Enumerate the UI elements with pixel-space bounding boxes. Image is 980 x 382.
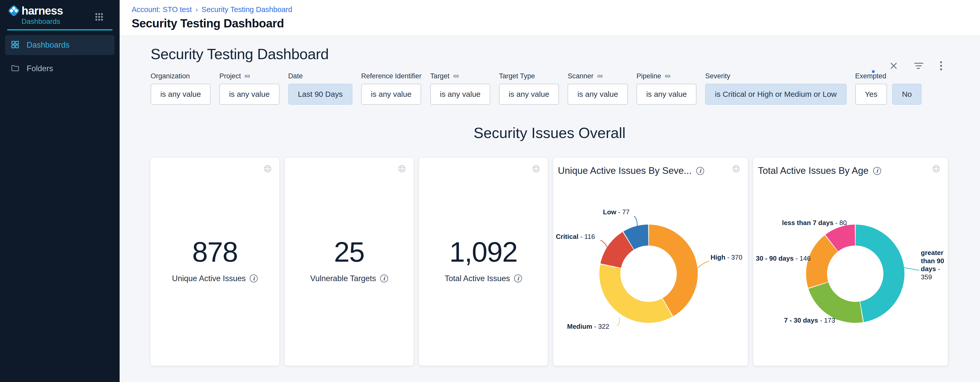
filter-chip-exempted-no[interactable]: No	[892, 84, 921, 105]
globe-icon[interactable]	[532, 164, 541, 174]
breadcrumb-dashboard-link[interactable]: Security Testing Dashboard	[202, 5, 292, 14]
cursor-dot	[872, 70, 875, 73]
filter-label: Target	[430, 72, 490, 81]
filter-chip-target-is-any-value[interactable]: is any value	[430, 84, 490, 105]
filter-group-target: Targetis any value	[430, 72, 490, 105]
filter-chip-target-type-is-any-value[interactable]: is any value	[499, 84, 559, 105]
brand-text: harness Dashboards	[22, 5, 63, 25]
info-icon[interactable]: i	[514, 274, 522, 282]
stat-value: 1,092	[445, 237, 522, 267]
tile-title: Unique Active Issues By Seve... i	[558, 165, 704, 176]
dashboards-icon	[11, 40, 19, 50]
filter-group-date: DateLast 90 Days	[288, 72, 352, 105]
filter-label: Pipeline	[636, 72, 697, 81]
stat-label: Total Active Issues i	[445, 274, 522, 283]
globe-icon[interactable]	[398, 164, 406, 174]
breadcrumb-account-link[interactable]: Account: STO test	[132, 5, 192, 14]
tile-unique-active-issues: 878 Unique Active Issues i	[151, 158, 279, 366]
stat-label: Unique Active Issues i	[172, 274, 258, 283]
filter-chip-exempted-yes[interactable]: Yes	[855, 84, 887, 105]
tile-title: Total Active Issues By Age i	[758, 165, 881, 176]
filter-chip-reference-identifier-is-any-value[interactable]: is any value	[361, 84, 421, 105]
folder-icon	[11, 64, 19, 73]
globe-icon[interactable]	[263, 164, 272, 174]
sidebar-item-folders[interactable]: Folders	[5, 59, 115, 79]
filter-chip-severity-is-critical-or-high-or-medium-or-low[interactable]: is Critical or High or Medium or Low	[705, 84, 846, 105]
filter-label: Project	[219, 72, 279, 81]
info-icon[interactable]: i	[250, 274, 258, 282]
link-icon	[453, 73, 460, 79]
sidebar-item-label: Dashboards	[27, 40, 69, 50]
donut-label-7-30-days: 7 - 30 days - 173	[784, 317, 835, 324]
filter-group-severity: Severityis Critical or High or Medium or…	[705, 72, 846, 105]
stat-block: 878 Unique Active Issues i	[172, 237, 258, 283]
stat-block: 1,092 Total Active Issues i	[445, 237, 522, 283]
info-icon[interactable]: i	[873, 167, 881, 175]
close-icon[interactable]	[889, 62, 898, 70]
filter-group-target-type: Target Typeis any value	[499, 72, 559, 105]
page-title: Security Testing Dashboard	[132, 16, 980, 30]
tile-title-text: Total Active Issues By Age	[758, 165, 869, 176]
tile-vulnerable-targets: 25 Vulnerable Targets i	[285, 158, 414, 366]
filter-icon[interactable]	[914, 62, 924, 70]
donut-leader-line	[617, 317, 620, 326]
donut-slice-medium[interactable]	[599, 264, 672, 323]
tiles-row: 878 Unique Active Issues i	[151, 158, 948, 366]
filter-chip-scanner-is-any-value[interactable]: is any value	[568, 84, 628, 105]
tile-title-text: Unique Active Issues By Seve...	[558, 165, 692, 176]
stat-label-text: Unique Active Issues	[172, 274, 246, 283]
donut-label-less-than-7-days: less than 7 days - 80	[782, 219, 847, 227]
filter-chip-organization-is-any-value[interactable]: is any value	[151, 84, 210, 105]
filter-group-scanner: Scanneris any value	[568, 72, 628, 105]
harness-logo-icon	[8, 5, 20, 18]
link-icon	[244, 73, 251, 79]
sidebar-item-label: Folders	[27, 64, 53, 73]
app-root: harness Dashboards Dashb	[0, 0, 980, 382]
module-grid-icon[interactable]	[94, 12, 104, 23]
filter-label: Severity	[705, 72, 846, 81]
brand-row: harness Dashboards	[0, 0, 119, 25]
filter-label: Exempted	[855, 72, 921, 81]
filter-chip-date-last-90-days[interactable]: Last 90 Days	[288, 84, 352, 105]
brand-underline	[7, 29, 113, 30]
sidebar: harness Dashboards Dashb	[0, 0, 119, 382]
info-icon[interactable]: i	[380, 274, 388, 282]
dashboard-title: Security Testing Dashboard	[151, 45, 948, 62]
severity-donut-chart	[553, 158, 748, 366]
filter-label: Organization	[151, 72, 210, 81]
filter-group-reference-identifier: Reference Identifieris any value	[361, 72, 422, 105]
stat-label: Vulnerable Targets i	[310, 274, 388, 283]
link-icon	[597, 73, 603, 79]
donut-leader-line	[696, 261, 709, 270]
donut-label-greater-than-90-days: greater than 90 days - 359	[921, 249, 951, 281]
donut-label-critical: Critical - 116	[556, 233, 595, 241]
dashboard-actions	[889, 61, 943, 71]
donut-label-medium: Medium - 322	[567, 323, 609, 331]
donut-slice-greater-than-90-days[interactable]	[856, 225, 904, 322]
info-icon[interactable]: i	[696, 167, 704, 175]
tile-unique-active-issues-by-severity: Unique Active Issues By Seve... i Low - …	[553, 158, 748, 366]
brand-product-label: Dashboards	[22, 17, 63, 25]
kebab-menu-icon[interactable]	[940, 61, 943, 71]
tile-total-active-issues-by-age: Total Active Issues By Age i less than 7…	[753, 158, 948, 366]
filter-group-organization: Organizationis any value	[151, 72, 210, 105]
top-bar: Account: STO test › Security Testing Das…	[119, 0, 980, 36]
stat-label-text: Total Active Issues	[445, 274, 510, 283]
donut-label-low: Low - 77	[603, 208, 630, 216]
filter-chip-project-is-any-value[interactable]: is any value	[219, 84, 279, 105]
brand-name: harness	[22, 5, 63, 17]
filter-chip-pipeline-is-any-value[interactable]: is any value	[636, 84, 697, 105]
sidebar-item-dashboards[interactable]: Dashboards	[5, 35, 115, 55]
breadcrumb-separator: ›	[196, 5, 198, 14]
dashboard-content: Security Testing Dashboard Organizationi…	[119, 45, 980, 366]
stat-block: 25 Vulnerable Targets i	[310, 237, 388, 283]
filter-group-project: Projectis any value	[219, 72, 279, 105]
filter-label: Reference Identifier	[361, 72, 422, 81]
filter-label: Scanner	[568, 72, 628, 81]
donut-label-30-90-days: 30 - 90 days - 146	[756, 255, 811, 262]
donut-label-high: High - 370	[711, 254, 742, 262]
stat-label-text: Vulnerable Targets	[310, 274, 376, 283]
breadcrumb: Account: STO test › Security Testing Das…	[132, 5, 980, 14]
section-title: Security Issues Overall	[151, 124, 948, 141]
tile-total-active-issues: 1,092 Total Active Issues i	[419, 158, 547, 366]
